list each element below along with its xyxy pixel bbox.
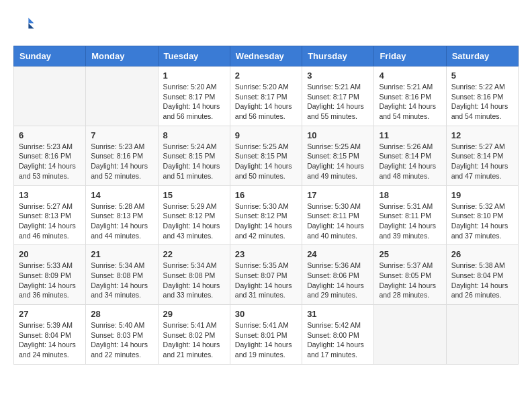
cell-content: Sunrise: 5:27 AM Sunset: 8:13 PM Dayligh… bbox=[19, 201, 81, 241]
day-number: 27 bbox=[19, 309, 81, 319]
calendar-cell: 1Sunrise: 5:20 AM Sunset: 8:17 PM Daylig… bbox=[158, 66, 230, 126]
day-number: 5 bbox=[451, 71, 513, 81]
cell-content: Sunrise: 5:22 AM Sunset: 8:16 PM Dayligh… bbox=[451, 82, 513, 122]
day-number: 9 bbox=[235, 130, 297, 140]
day-number: 16 bbox=[235, 190, 297, 200]
day-of-week-header: Wednesday bbox=[230, 46, 302, 66]
svg-marker-1 bbox=[28, 23, 34, 28]
day-number: 22 bbox=[163, 249, 225, 259]
day-number: 8 bbox=[163, 130, 225, 140]
day-number: 4 bbox=[379, 71, 441, 81]
cell-content: Sunrise: 5:34 AM Sunset: 8:08 PM Dayligh… bbox=[163, 261, 225, 300]
day-of-week-header: Thursday bbox=[302, 46, 374, 66]
calendar-week-row: 20Sunrise: 5:33 AM Sunset: 8:09 PM Dayli… bbox=[14, 245, 519, 305]
calendar-cell: 19Sunrise: 5:32 AM Sunset: 8:10 PM Dayli… bbox=[446, 185, 518, 245]
cell-content: Sunrise: 5:31 AM Sunset: 8:11 PM Dayligh… bbox=[379, 201, 441, 241]
logo-icon bbox=[13, 13, 35, 35]
calendar-cell: 27Sunrise: 5:39 AM Sunset: 8:04 PM Dayli… bbox=[14, 305, 86, 365]
day-number: 18 bbox=[379, 190, 441, 200]
day-number: 13 bbox=[19, 190, 81, 200]
calendar-cell bbox=[86, 66, 158, 126]
calendar-cell: 13Sunrise: 5:27 AM Sunset: 8:13 PM Dayli… bbox=[14, 185, 86, 245]
page-header bbox=[13, 13, 519, 35]
calendar-cell: 31Sunrise: 5:42 AM Sunset: 8:00 PM Dayli… bbox=[302, 305, 374, 365]
day-of-week-header: Tuesday bbox=[158, 46, 230, 66]
cell-content: Sunrise: 5:20 AM Sunset: 8:17 PM Dayligh… bbox=[235, 82, 297, 122]
day-number: 3 bbox=[307, 71, 369, 81]
calendar-cell: 4Sunrise: 5:21 AM Sunset: 8:16 PM Daylig… bbox=[374, 66, 446, 126]
calendar-cell bbox=[374, 305, 446, 365]
logo bbox=[13, 13, 38, 35]
day-number: 12 bbox=[451, 130, 513, 140]
day-number: 17 bbox=[307, 190, 369, 200]
calendar-cell: 3Sunrise: 5:21 AM Sunset: 8:17 PM Daylig… bbox=[302, 66, 374, 126]
calendar-cell: 2Sunrise: 5:20 AM Sunset: 8:17 PM Daylig… bbox=[230, 66, 302, 126]
cell-content: Sunrise: 5:30 AM Sunset: 8:12 PM Dayligh… bbox=[235, 201, 297, 241]
calendar-cell bbox=[446, 305, 518, 365]
day-number: 28 bbox=[91, 309, 152, 319]
day-number: 21 bbox=[91, 249, 152, 259]
cell-content: Sunrise: 5:34 AM Sunset: 8:08 PM Dayligh… bbox=[91, 261, 152, 300]
day-number: 25 bbox=[379, 249, 441, 259]
day-number: 23 bbox=[235, 249, 297, 259]
calendar-cell: 18Sunrise: 5:31 AM Sunset: 8:11 PM Dayli… bbox=[374, 185, 446, 245]
calendar-cell: 11Sunrise: 5:26 AM Sunset: 8:14 PM Dayli… bbox=[374, 126, 446, 185]
calendar-cell: 21Sunrise: 5:34 AM Sunset: 8:08 PM Dayli… bbox=[86, 245, 158, 305]
cell-content: Sunrise: 5:20 AM Sunset: 8:17 PM Dayligh… bbox=[163, 82, 225, 122]
calendar-cell: 29Sunrise: 5:41 AM Sunset: 8:02 PM Dayli… bbox=[158, 305, 230, 365]
day-number: 29 bbox=[163, 309, 225, 319]
cell-content: Sunrise: 5:28 AM Sunset: 8:13 PM Dayligh… bbox=[91, 201, 152, 241]
calendar-cell bbox=[14, 66, 86, 126]
calendar-cell: 25Sunrise: 5:37 AM Sunset: 8:05 PM Dayli… bbox=[374, 245, 446, 305]
day-of-week-header: Saturday bbox=[446, 46, 518, 66]
calendar-week-row: 1Sunrise: 5:20 AM Sunset: 8:17 PM Daylig… bbox=[14, 66, 519, 126]
calendar-cell: 7Sunrise: 5:23 AM Sunset: 8:16 PM Daylig… bbox=[86, 126, 158, 185]
calendar-cell: 23Sunrise: 5:35 AM Sunset: 8:07 PM Dayli… bbox=[230, 245, 302, 305]
cell-content: Sunrise: 5:23 AM Sunset: 8:16 PM Dayligh… bbox=[91, 142, 152, 181]
calendar-cell: 5Sunrise: 5:22 AM Sunset: 8:16 PM Daylig… bbox=[446, 66, 518, 126]
cell-content: Sunrise: 5:24 AM Sunset: 8:15 PM Dayligh… bbox=[163, 142, 225, 181]
cell-content: Sunrise: 5:41 AM Sunset: 8:01 PM Dayligh… bbox=[235, 320, 297, 360]
day-number: 7 bbox=[91, 130, 152, 140]
cell-content: Sunrise: 5:25 AM Sunset: 8:15 PM Dayligh… bbox=[307, 142, 369, 181]
day-number: 10 bbox=[307, 130, 369, 140]
day-number: 26 bbox=[451, 249, 513, 259]
cell-content: Sunrise: 5:23 AM Sunset: 8:16 PM Dayligh… bbox=[19, 142, 81, 181]
cell-content: Sunrise: 5:39 AM Sunset: 8:04 PM Dayligh… bbox=[19, 320, 81, 360]
cell-content: Sunrise: 5:36 AM Sunset: 8:06 PM Dayligh… bbox=[307, 261, 369, 300]
cell-content: Sunrise: 5:32 AM Sunset: 8:10 PM Dayligh… bbox=[451, 201, 513, 241]
calendar-cell: 28Sunrise: 5:40 AM Sunset: 8:03 PM Dayli… bbox=[86, 305, 158, 365]
calendar-cell: 15Sunrise: 5:29 AM Sunset: 8:12 PM Dayli… bbox=[158, 185, 230, 245]
calendar-week-row: 13Sunrise: 5:27 AM Sunset: 8:13 PM Dayli… bbox=[14, 185, 519, 245]
cell-content: Sunrise: 5:27 AM Sunset: 8:14 PM Dayligh… bbox=[451, 142, 513, 181]
calendar-week-row: 6Sunrise: 5:23 AM Sunset: 8:16 PM Daylig… bbox=[14, 126, 519, 185]
day-number: 19 bbox=[451, 190, 513, 200]
cell-content: Sunrise: 5:21 AM Sunset: 8:17 PM Dayligh… bbox=[307, 82, 369, 122]
day-number: 11 bbox=[379, 130, 441, 140]
cell-content: Sunrise: 5:37 AM Sunset: 8:05 PM Dayligh… bbox=[379, 261, 441, 300]
cell-content: Sunrise: 5:42 AM Sunset: 8:00 PM Dayligh… bbox=[307, 320, 369, 360]
cell-content: Sunrise: 5:41 AM Sunset: 8:02 PM Dayligh… bbox=[163, 320, 225, 360]
calendar-cell: 14Sunrise: 5:28 AM Sunset: 8:13 PM Dayli… bbox=[86, 185, 158, 245]
calendar-header-row: SundayMondayTuesdayWednesdayThursdayFrid… bbox=[14, 46, 519, 66]
day-number: 1 bbox=[163, 71, 225, 81]
calendar-cell: 22Sunrise: 5:34 AM Sunset: 8:08 PM Dayli… bbox=[158, 245, 230, 305]
calendar-cell: 24Sunrise: 5:36 AM Sunset: 8:06 PM Dayli… bbox=[302, 245, 374, 305]
calendar-cell: 9Sunrise: 5:25 AM Sunset: 8:15 PM Daylig… bbox=[230, 126, 302, 185]
day-number: 15 bbox=[163, 190, 225, 200]
calendar-cell: 20Sunrise: 5:33 AM Sunset: 8:09 PM Dayli… bbox=[14, 245, 86, 305]
cell-content: Sunrise: 5:29 AM Sunset: 8:12 PM Dayligh… bbox=[163, 201, 225, 241]
day-number: 2 bbox=[235, 71, 297, 81]
calendar-cell: 6Sunrise: 5:23 AM Sunset: 8:16 PM Daylig… bbox=[14, 126, 86, 185]
cell-content: Sunrise: 5:26 AM Sunset: 8:14 PM Dayligh… bbox=[379, 142, 441, 181]
calendar-table: SundayMondayTuesdayWednesdayThursdayFrid… bbox=[13, 46, 519, 365]
cell-content: Sunrise: 5:30 AM Sunset: 8:11 PM Dayligh… bbox=[307, 201, 369, 241]
cell-content: Sunrise: 5:25 AM Sunset: 8:15 PM Dayligh… bbox=[235, 142, 297, 181]
calendar-cell: 10Sunrise: 5:25 AM Sunset: 8:15 PM Dayli… bbox=[302, 126, 374, 185]
calendar-cell: 12Sunrise: 5:27 AM Sunset: 8:14 PM Dayli… bbox=[446, 126, 518, 185]
day-of-week-header: Monday bbox=[86, 46, 158, 66]
day-of-week-header: Sunday bbox=[14, 46, 86, 66]
calendar-cell: 17Sunrise: 5:30 AM Sunset: 8:11 PM Dayli… bbox=[302, 185, 374, 245]
cell-content: Sunrise: 5:21 AM Sunset: 8:16 PM Dayligh… bbox=[379, 82, 441, 122]
day-number: 30 bbox=[235, 309, 297, 319]
